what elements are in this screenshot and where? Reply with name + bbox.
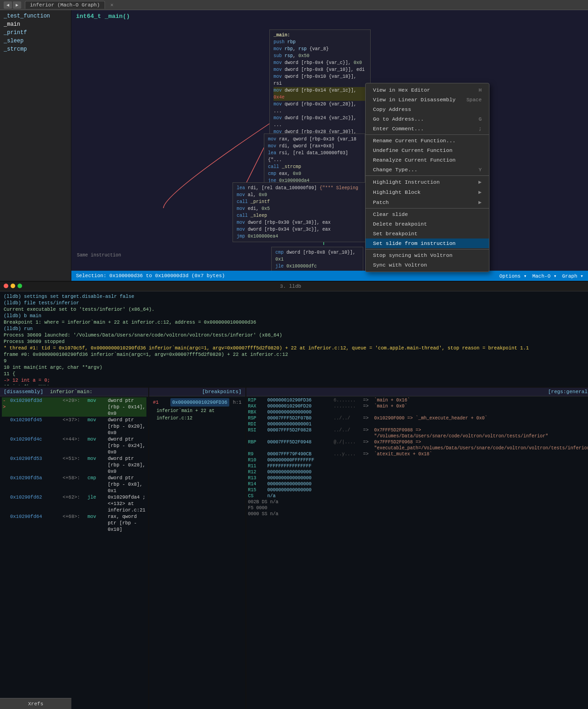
reg-sym: `main + 0x16` <box>374 397 410 403</box>
menu-item-highlight-instruction[interactable]: Highlight Instruction ▶ <box>366 177 489 187</box>
status-bar: Selection: 0x100000d36 to 0x100000d3d (0… <box>71 271 588 281</box>
menu-item-view-linear[interactable]: View in Linear Disassembly Space <box>366 95 489 105</box>
close-icon[interactable]: ✕ <box>111 2 114 8</box>
nav-back-button[interactable]: ◀ <box>4 1 12 9</box>
current-arrow <box>3 436 8 455</box>
menu-item-sync-voltron[interactable]: Sync with Voltron <box>366 260 489 270</box>
lldb-terminal: 3. lldb (lldb) settings set target.disab… <box>0 282 588 388</box>
disasm-line: 0x10290fd5a <+58>: cmp dword ptr [rbp - … <box>2 475 146 494</box>
titlebar: ◀ ▶ inferior (Mach-O Graph) ✕ <box>0 0 588 10</box>
arch-button[interactable]: Mach-O ▾ <box>532 273 557 279</box>
dis-block-printf[interactable]: lea rdi, [rel data_100000f09] {"*** Slee… <box>233 182 366 242</box>
menu-item-view-hex[interactable]: View in Hex Editor H <box>366 85 489 95</box>
sidebar-item-main[interactable]: _main <box>0 20 71 29</box>
reg-line-misc2: F5 0000 <box>248 505 588 511</box>
menu-item-label: Clear slide <box>373 211 408 217</box>
operands: dword ptr [rbp - 0x28], 0x0 <box>108 455 146 475</box>
reg-val: 0000000000000000 <box>268 469 332 475</box>
main-layout: _test_function _main _printf _sleep _str… <box>0 10 588 709</box>
disasm-header: [disassembly] inferior`main: <box>0 388 148 396</box>
menu-item-delete-breakpoint[interactable]: Delete breakpoint <box>366 219 489 229</box>
menu-item-label: Go to Address... <box>373 116 424 122</box>
menu-item-undefine-function[interactable]: Undefine Current Function <box>366 145 489 155</box>
mnemonic: mov <box>87 417 106 436</box>
reg-line-r10: R10 000000000FFFFFFFF <box>248 457 588 463</box>
operands: dword ptr [rbp - 0x14], 0x0 <box>108 397 146 417</box>
nav-buttons[interactable]: ◀ ▶ <box>4 1 21 9</box>
nav-fwd-button[interactable]: ▶ <box>13 1 21 9</box>
reg-val: 00007FFF5D2F0948 <box>268 439 332 451</box>
menu-item-change-type[interactable]: Change Type... Y <box>366 165 489 174</box>
sidebar-item-sleep[interactable]: _sleep <box>0 37 71 45</box>
reg-dots: 6....... <box>334 397 361 403</box>
menu-item-goto-address[interactable]: Go to Address... G <box>366 114 489 124</box>
reg-name: R12 <box>248 469 266 475</box>
menu-item-reanalyze-function[interactable]: Reanalyze Current Function <box>366 155 489 165</box>
menu-item-patch[interactable]: Patch ▶ <box>366 197 489 207</box>
menu-item-label: Patch <box>373 199 389 205</box>
reg-val: 0000000000000000 <box>268 487 332 493</box>
lldb-line: Current executable set to 'tests/inferio… <box>4 306 584 313</box>
operands: dword ptr [rbp - 0x8], 0x1 <box>108 475 146 494</box>
reg-name: RBP <box>248 439 266 451</box>
reg-name: RSI <box>248 427 266 439</box>
operands: 0x10290fda4 ;<+132> at inferior.c:21 <box>108 494 146 513</box>
current-arrow <box>3 455 8 475</box>
menu-item-enter-comment[interactable]: Enter Comment... ; <box>366 124 489 134</box>
menu-shortcut: ; <box>478 126 482 132</box>
menu-item-copy-address[interactable]: Copy Address <box>366 105 489 114</box>
graph-area[interactable]: int64_t _main() <box>71 10 588 281</box>
mnemonic: jle <box>87 494 106 513</box>
reg-name: RAX <box>248 403 266 409</box>
sidebar-item-printf[interactable]: _printf <box>0 29 71 37</box>
menu-item-label: Stop syncing with Voltron <box>373 252 453 258</box>
lldb-line: 11 { <box>4 371 584 377</box>
menu-item-stop-syncing[interactable]: Stop syncing with Voltron <box>366 250 489 260</box>
dis-block-strcmp[interactable]: mov rax, qword [rbp-0x10 {var_18 mov rdi… <box>264 134 365 186</box>
bottom-panels: [disassembly] inferior`main: -> 0x10290f… <box>0 388 588 709</box>
lldb-line: (lldb) run <box>4 325 584 332</box>
reg-name: R15 <box>248 487 266 493</box>
disasm-content[interactable]: -> 0x10290fd3d <+29>: mov dword ptr [rbp… <box>0 396 148 709</box>
current-arrow <box>3 475 8 494</box>
tab-label[interactable]: inferior (Mach-O Graph) <box>25 1 105 9</box>
reg-arrow: => <box>363 451 373 457</box>
offset: <+44>: <box>63 436 86 455</box>
reg-dots: ...y.... <box>334 451 361 457</box>
disasm-panel: [disassembly] inferior`main: -> 0x10290f… <box>0 388 149 709</box>
top-section: _test_function _main _printf _sleep _str… <box>0 10 588 282</box>
menu-item-label: View in Hex Editor <box>373 87 430 93</box>
menu-item-rename-function[interactable]: Rename Current Function... <box>366 136 489 145</box>
menu-item-label: Set breakpoint <box>373 231 418 237</box>
addr: 0x10290fd53 <box>10 455 61 475</box>
lldb-content[interactable]: (lldb) settings set target.disable-aslr … <box>0 291 588 385</box>
reg-arrow: => <box>363 439 373 451</box>
selection-info: Selection: 0x100000d36 to 0x100000d3d (0… <box>76 273 225 279</box>
dis-block-cmp[interactable]: cmp dword [rbp-0x8 {var_10}], 0x1 jle 0x… <box>271 247 363 272</box>
bp-item: #1 0x0000000010290FD36 h:1 <box>153 398 242 407</box>
reg-line-r15: R15 0000000000000000 <box>248 487 588 493</box>
offset: <+68>: <box>63 513 86 533</box>
disasm-line: 0x10290fd45 <+37>: mov dword ptr [rbp - … <box>2 417 146 436</box>
menu-item-set-slide[interactable]: Set slide from instruction <box>366 238 489 248</box>
reg-val: 000000010290FD20 <box>268 403 332 409</box>
options-button[interactable]: Options ▾ <box>499 273 526 279</box>
bp-address[interactable]: 0x0000000010290FD36 <box>170 398 229 407</box>
reg-misc2: F5 0000 <box>248 505 268 511</box>
mnemonic: cmp <box>87 475 106 494</box>
graph-button[interactable]: Graph ▾ <box>562 273 583 279</box>
sidebar-item-test-function[interactable]: _test_function <box>0 12 71 20</box>
regs-content[interactable]: RIP 000000010290FD36 6....... => `main +… <box>246 396 588 518</box>
sidebar-item-strcmp[interactable]: _strcmp <box>0 45 71 53</box>
menu-item-highlight-block[interactable]: Highlight Block ▶ <box>366 187 489 197</box>
reg-val: 00007FFF5D2F0828 <box>268 427 332 439</box>
offset: <+51>: <box>63 455 86 475</box>
lldb-line: -> 12 int a = 0; <box>4 377 584 384</box>
menu-item-set-breakpoint[interactable]: Set breakpoint <box>366 229 489 238</box>
lldb-line: Breakpoint 1: where = inferior`main + 22… <box>4 319 584 325</box>
reg-sym: 0x10290F000 => `_mh_execute_header + 0x0… <box>374 415 488 421</box>
menu-item-clear-slide[interactable]: Clear slide <box>366 209 489 219</box>
current-arrow <box>3 494 8 513</box>
menu-item-label: Change Type... <box>373 167 418 173</box>
lldb-line: frame #0: 0x0000000100290fd36 inferior`m… <box>4 351 584 358</box>
